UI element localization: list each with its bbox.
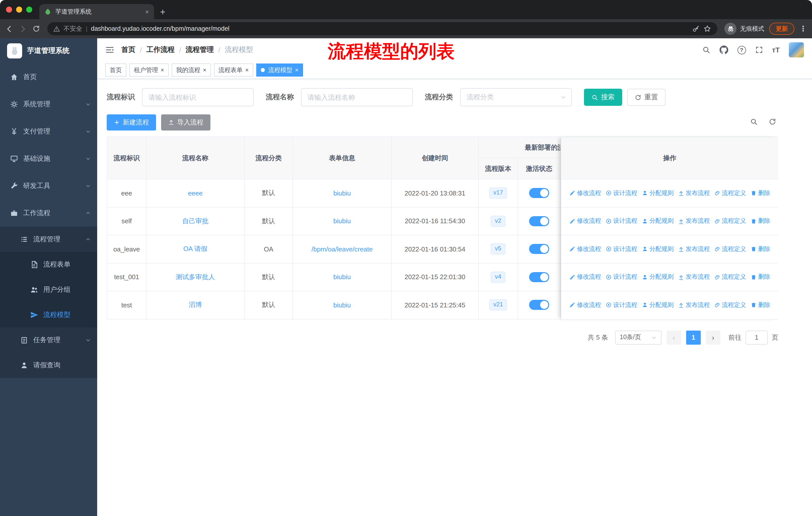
active-toggle[interactable] xyxy=(529,188,549,198)
sidebar-item-infrastructure[interactable]: 基础设施 xyxy=(0,145,97,172)
sidebar-item-user-group[interactable]: 用户分组 xyxy=(0,277,97,302)
breadcrumb-process-management[interactable]: 流程管理 xyxy=(186,45,214,54)
tag-home[interactable]: 首页 xyxy=(105,63,126,77)
window-zoom-button[interactable] xyxy=(26,6,32,12)
close-icon[interactable]: × xyxy=(295,66,298,74)
reset-button[interactable]: 重置 xyxy=(627,89,666,106)
browser-menu-icon[interactable]: ⋮ xyxy=(800,24,807,33)
edit-process-link[interactable]: 修改流程 xyxy=(569,273,601,281)
publish-process-link[interactable]: 发布流程 xyxy=(678,273,710,281)
active-toggle[interactable] xyxy=(529,300,549,310)
process-definition-link[interactable]: 流程定义 xyxy=(714,245,746,253)
user-avatar[interactable] xyxy=(789,42,804,57)
breadcrumb-home[interactable]: 首页 xyxy=(121,45,136,54)
form-info-link[interactable]: biubiu xyxy=(333,301,351,309)
refresh-table-button[interactable] xyxy=(769,118,776,127)
process-name-input[interactable] xyxy=(301,88,413,106)
process-name-link[interactable]: 滔博 xyxy=(189,301,202,310)
sidebar-item-payment[interactable]: 支付管理 xyxy=(0,118,97,145)
publish-process-link[interactable]: 发布流程 xyxy=(678,301,710,309)
current-page-button[interactable]: 1 xyxy=(686,330,701,345)
bookmark-star-icon[interactable] xyxy=(703,25,711,33)
toggle-search-button[interactable] xyxy=(750,118,758,127)
fullscreen-icon[interactable] xyxy=(755,46,763,54)
form-info-link[interactable]: biubiu xyxy=(333,217,351,225)
breadcrumb-workflow[interactable]: 工作流程 xyxy=(146,45,175,54)
prev-page-button[interactable]: ‹ xyxy=(667,330,681,345)
form-info-link[interactable]: biubiu xyxy=(333,273,351,281)
design-process-link[interactable]: 设计流程 xyxy=(606,189,637,197)
window-close-button[interactable] xyxy=(6,6,12,12)
process-name-link[interactable]: OA 请假 xyxy=(183,245,207,254)
edit-process-link[interactable]: 修改流程 xyxy=(569,189,601,197)
tag-my-process[interactable]: 我的流程 × xyxy=(172,63,211,77)
publish-process-link[interactable]: 发布流程 xyxy=(678,189,710,197)
tag-tenant[interactable]: 租户管理 × xyxy=(129,63,169,77)
edit-process-link[interactable]: 修改流程 xyxy=(569,301,601,309)
help-icon[interactable]: ? xyxy=(737,46,746,54)
reload-button[interactable] xyxy=(32,25,40,33)
delete-process-link[interactable]: 删除 xyxy=(751,217,770,225)
sidebar-item-system[interactable]: 系统管理 xyxy=(0,91,97,118)
tag-process-form[interactable]: 流程表单 × xyxy=(214,63,253,77)
design-process-link[interactable]: 设计流程 xyxy=(606,301,637,309)
browser-tab[interactable]: 芋道管理系统 × xyxy=(39,4,154,19)
design-process-link[interactable]: 设计流程 xyxy=(606,245,637,253)
publish-process-link[interactable]: 发布流程 xyxy=(678,245,710,253)
new-tab-button[interactable]: + xyxy=(160,7,165,17)
sidebar-item-home[interactable]: 首页 xyxy=(0,63,97,91)
process-name-link[interactable]: 自己审批 xyxy=(182,217,208,226)
design-process-link[interactable]: 设计流程 xyxy=(606,217,637,225)
close-icon[interactable]: × xyxy=(203,66,206,74)
browser-update-button[interactable]: 更新 xyxy=(769,23,794,35)
delete-process-link[interactable]: 删除 xyxy=(751,245,770,253)
category-select[interactable]: 流程分类 xyxy=(460,88,572,106)
sidebar-item-process-model[interactable]: 流程模型 xyxy=(0,302,97,328)
process-id-input[interactable] xyxy=(142,88,254,106)
github-icon[interactable] xyxy=(719,45,728,54)
delete-process-link[interactable]: 删除 xyxy=(751,273,770,281)
assign-rule-link[interactable]: 分配规则 xyxy=(642,217,673,225)
process-definition-link[interactable]: 流程定义 xyxy=(714,189,746,197)
sidebar-collapse-icon[interactable] xyxy=(105,45,114,54)
active-toggle[interactable] xyxy=(529,244,549,254)
process-definition-link[interactable]: 流程定义 xyxy=(714,301,746,309)
sidebar-item-task-management[interactable]: 任务管理 xyxy=(0,328,97,353)
search-icon[interactable] xyxy=(702,46,710,54)
password-key-icon[interactable] xyxy=(692,25,700,32)
edit-process-link[interactable]: 修改流程 xyxy=(569,245,601,253)
process-definition-link[interactable]: 流程定义 xyxy=(714,273,746,281)
delete-process-link[interactable]: 删除 xyxy=(751,189,770,197)
form-info-link[interactable]: /bpm/oa/leave/create xyxy=(312,245,373,253)
sidebar-item-devtools[interactable]: 研发工具 xyxy=(0,172,97,199)
next-page-button[interactable]: › xyxy=(706,330,720,345)
sidebar-item-workflow[interactable]: 工作流程 xyxy=(0,199,97,227)
page-size-select[interactable]: 10条/页 xyxy=(615,330,662,345)
process-name-link[interactable]: eeee xyxy=(188,189,203,197)
tab-close-icon[interactable]: × xyxy=(145,8,149,16)
form-info-link[interactable]: biubiu xyxy=(333,189,351,197)
close-icon[interactable]: × xyxy=(245,66,249,74)
process-name-link[interactable]: 测试多审批人 xyxy=(176,273,215,282)
search-button[interactable]: 搜索 xyxy=(584,89,622,106)
assign-rule-link[interactable]: 分配规则 xyxy=(642,189,673,197)
address-bar[interactable]: 不安全 | dashboard.yudao.iocoder.cn/bpm/man… xyxy=(47,22,717,35)
import-process-button[interactable]: 导入流程 xyxy=(161,114,210,131)
window-minimize-button[interactable] xyxy=(16,6,22,12)
font-size-icon[interactable]: тT xyxy=(772,46,780,54)
assign-rule-link[interactable]: 分配规则 xyxy=(642,273,673,281)
assign-rule-link[interactable]: 分配规则 xyxy=(642,301,673,309)
sidebar-item-process-form[interactable]: 流程表单 xyxy=(0,252,97,277)
forward-button[interactable] xyxy=(19,24,27,33)
back-button[interactable] xyxy=(5,24,13,33)
close-icon[interactable]: × xyxy=(161,66,164,74)
goto-page-input[interactable] xyxy=(746,330,768,345)
create-process-button[interactable]: 新建流程 xyxy=(107,114,156,131)
delete-process-link[interactable]: 删除 xyxy=(751,301,770,309)
edit-process-link[interactable]: 修改流程 xyxy=(569,217,601,225)
tag-process-model[interactable]: 流程模型 × xyxy=(256,63,303,77)
assign-rule-link[interactable]: 分配规则 xyxy=(642,245,673,253)
design-process-link[interactable]: 设计流程 xyxy=(606,273,637,281)
sidebar-item-leave-query[interactable]: 请假查询 xyxy=(0,353,97,378)
publish-process-link[interactable]: 发布流程 xyxy=(678,217,710,225)
